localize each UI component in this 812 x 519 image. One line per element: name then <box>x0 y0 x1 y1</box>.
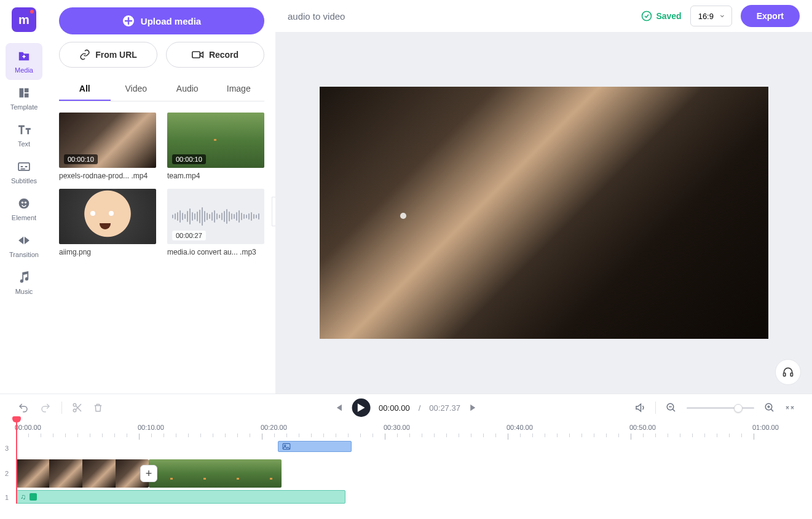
media-name: team.mp4 <box>167 172 264 180</box>
svg-point-12 <box>73 403 76 406</box>
ruler-label: 00:00.00 <box>15 424 41 431</box>
track-number: 3 <box>5 445 9 452</box>
ruler-label: 00:30.00 <box>384 424 410 431</box>
nav-element[interactable]: Element <box>6 191 42 228</box>
nav-label: Template <box>10 103 38 111</box>
track-number: 1 <box>5 494 9 501</box>
element-icon <box>17 197 31 210</box>
media-duration: 00:00:27 <box>172 231 206 240</box>
tab-audio[interactable]: Audio <box>162 77 213 101</box>
nav-media[interactable]: Media <box>6 43 42 80</box>
media-thumb[interactable]: 00:00:10team.mp4 <box>167 113 264 180</box>
svg-point-4 <box>19 199 30 209</box>
volume-button[interactable] <box>634 402 645 413</box>
tab-image[interactable]: Image <box>213 77 265 101</box>
video-clip[interactable] <box>16 459 149 488</box>
svg-point-9 <box>642 12 652 21</box>
media-duration: 00:00:10 <box>172 154 206 164</box>
svg-rect-8 <box>192 52 200 58</box>
record-button[interactable]: Record <box>166 42 264 68</box>
nav-label: Transition <box>9 251 39 258</box>
aspect-ratio-select[interactable]: 16:9 <box>690 6 732 26</box>
nav-text[interactable]: Text <box>6 117 42 154</box>
nav-template[interactable]: Template <box>6 80 42 117</box>
svg-point-13 <box>73 409 76 412</box>
audio-clip[interactable]: ♫ <box>16 490 345 504</box>
undo-button[interactable] <box>17 402 30 413</box>
zoom-in-button[interactable] <box>764 402 775 413</box>
redo-button[interactable] <box>39 402 52 413</box>
delete-button[interactable] <box>93 402 103 413</box>
music-note-icon: ♫ <box>20 493 26 501</box>
media-preview: 00:00:10 <box>167 113 264 168</box>
camera-icon <box>192 50 204 60</box>
ruler[interactable]: 00:00.0000:10.0000:20.0000:30.0000:40.00… <box>0 421 812 441</box>
nav-label: Music <box>15 288 33 295</box>
timeline: 00:00.00 / 00:27.37 00:00.0000:10.0000:2… <box>0 394 812 519</box>
media-thumb[interactable]: 00:00:10pexels-rodnae-prod... .mp4 <box>59 113 156 180</box>
audio-waveform-icon <box>30 493 37 501</box>
transition-icon <box>17 234 31 247</box>
fit-timeline-button[interactable] <box>785 403 795 413</box>
preview-canvas[interactable] <box>320 87 768 339</box>
project-title[interactable]: audio to video <box>288 11 633 22</box>
image-icon <box>282 443 291 450</box>
zoom-slider[interactable] <box>687 407 754 409</box>
track-video[interactable]: 2 + <box>16 459 812 488</box>
record-label: Record <box>209 50 238 60</box>
media-grid: 00:00:10pexels-rodnae-prod... .mp400:00:… <box>59 113 264 256</box>
upload-media-button[interactable]: Upload media <box>59 7 264 34</box>
media-icon <box>17 49 31 63</box>
media-preview: 00:00:27 <box>167 189 264 244</box>
waveform-icon <box>172 207 259 226</box>
ruler-label: 01:00.00 <box>752 424 779 431</box>
media-panel: Upload media From URL Record AllVideoAud… <box>48 0 275 394</box>
preview-area: audio to video Saved 16:9 Export <box>275 0 812 394</box>
svg-rect-0 <box>20 89 24 98</box>
add-clip-button[interactable]: + <box>140 465 157 482</box>
playhead[interactable] <box>16 420 17 504</box>
media-tabs: AllVideoAudioImage <box>59 77 264 101</box>
text-icon <box>17 123 31 137</box>
svg-rect-11 <box>790 373 792 376</box>
video-clip[interactable] <box>149 459 282 488</box>
tab-all[interactable]: All <box>59 77 111 101</box>
saved-label: Saved <box>656 11 681 21</box>
media-thumb[interactable]: aiimg.png <box>59 189 156 256</box>
current-time: 00:00.00 <box>379 403 410 413</box>
ruler-label: 00:50.00 <box>629 424 656 431</box>
image-clip[interactable] <box>278 441 352 452</box>
nav-label: Media <box>15 66 33 74</box>
total-time: 00:27.37 <box>429 403 460 413</box>
next-frame-button[interactable] <box>469 403 479 413</box>
time-separator: / <box>419 403 421 413</box>
media-preview <box>59 189 156 244</box>
svg-point-6 <box>25 202 26 204</box>
zoom-out-button[interactable] <box>666 402 677 413</box>
track-image[interactable]: 3 <box>16 441 812 456</box>
nav-transition[interactable]: Transition <box>6 228 42 264</box>
nav-music[interactable]: Music <box>6 264 42 301</box>
play-button[interactable] <box>352 398 370 417</box>
ruler-label: 00:40.00 <box>507 424 533 431</box>
track-audio[interactable]: 1 ♫ <box>16 490 812 505</box>
media-name: pexels-rodnae-prod... .mp4 <box>59 172 156 180</box>
template-icon <box>17 86 31 100</box>
prev-frame-button[interactable] <box>333 403 343 413</box>
track-number: 2 <box>5 470 9 477</box>
export-button[interactable]: Export <box>741 5 800 27</box>
media-duration: 00:00:10 <box>64 154 98 164</box>
svg-rect-2 <box>25 93 29 98</box>
split-button[interactable] <box>72 402 83 413</box>
svg-point-5 <box>22 202 23 204</box>
media-name: aiimg.png <box>59 248 156 256</box>
nav-subtitles[interactable]: Subtitles <box>6 154 42 191</box>
media-thumb[interactable]: 00:00:27media.io convert au... .mp3 <box>167 189 264 256</box>
support-button[interactable] <box>775 359 801 385</box>
from-url-button[interactable]: From URL <box>59 42 157 68</box>
upload-media-label: Upload media <box>141 16 201 26</box>
nav-label: Subtitles <box>11 177 37 184</box>
ruler-label: 00:10.00 <box>138 424 164 431</box>
timeline-toolbar: 00:00.00 / 00:27.37 <box>0 394 812 421</box>
tab-video[interactable]: Video <box>111 77 162 101</box>
